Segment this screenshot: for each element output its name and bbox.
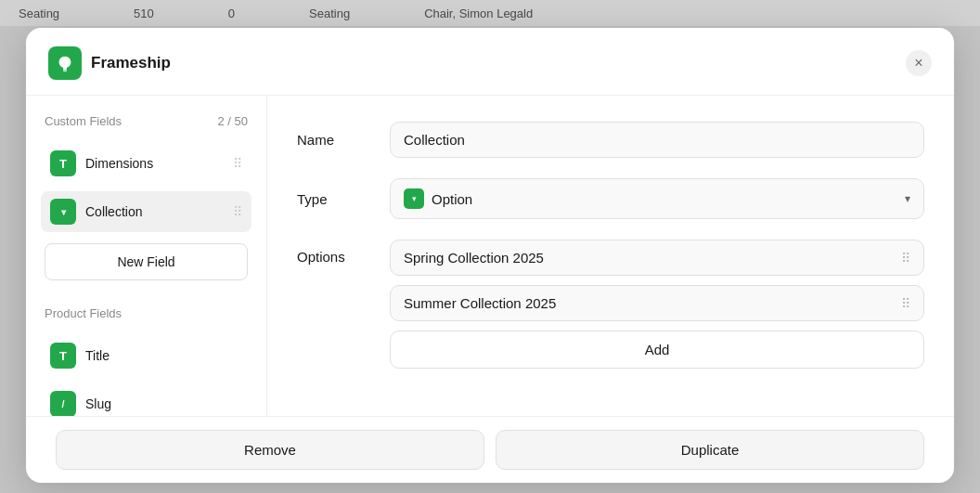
collection-drag-handle[interactable]: ⠿ (233, 204, 242, 219)
option-spring-text: Spring Collection 2025 (404, 250, 892, 266)
remove-button[interactable]: Remove (56, 430, 484, 470)
collection-icon: ▾ (50, 199, 76, 225)
modal-header: Frameship × (26, 28, 954, 96)
main-content: Name Type ▾ Option ▾ Options (267, 96, 954, 416)
modal-footer: Remove Duplicate (26, 416, 954, 483)
sidebar-item-dimensions[interactable]: T Dimensions ⠿ (41, 143, 251, 184)
slug-label: Slug (85, 396, 242, 411)
product-fields-section-header: Product Fields (41, 306, 251, 328)
modal-brand: Frameship (48, 46, 171, 80)
new-field-button[interactable]: New Field (45, 243, 248, 280)
modal-body: Custom Fields 2 / 50 T Dimensions ⠿ ▾ Co… (26, 96, 954, 416)
dimensions-icon: T (50, 150, 76, 176)
modal-overlay: Frameship × Custom Fields 2 / 50 T Dimen… (0, 0, 980, 493)
title-label: Title (85, 348, 242, 363)
name-row: Name (297, 122, 924, 158)
type-row: Type ▾ Option ▾ (297, 178, 924, 219)
type-value-label: Option (432, 191, 897, 207)
option-summer[interactable]: Summer Collection 2025 ⠿ (390, 285, 924, 321)
sidebar-item-collection[interactable]: ▾ Collection ⠿ (41, 191, 251, 232)
add-option-button[interactable]: Add (390, 331, 924, 369)
name-label: Name (297, 132, 371, 148)
dimensions-label: Dimensions (85, 156, 224, 171)
options-list: Spring Collection 2025 ⠿ Summer Collecti… (390, 240, 924, 369)
custom-fields-count: 2 / 50 (217, 114, 248, 128)
option-summer-drag[interactable]: ⠿ (901, 296, 910, 311)
dimensions-drag-handle[interactable]: ⠿ (233, 156, 242, 171)
brand-logo (48, 46, 82, 80)
slug-icon: / (50, 391, 76, 416)
custom-fields-label: Custom Fields (45, 114, 122, 128)
type-label: Type (297, 191, 371, 207)
type-option-icon: ▾ (404, 188, 424, 209)
modal: Frameship × Custom Fields 2 / 50 T Dimen… (26, 28, 954, 483)
option-spring-drag[interactable]: ⠿ (901, 251, 910, 266)
close-button[interactable]: × (906, 50, 932, 76)
sidebar: Custom Fields 2 / 50 T Dimensions ⠿ ▾ Co… (26, 96, 267, 416)
title-icon: T (50, 343, 76, 369)
product-fields-label: Product Fields (45, 306, 122, 320)
custom-fields-section-header: Custom Fields 2 / 50 (41, 114, 251, 136)
brand-name: Frameship (91, 54, 171, 72)
type-select[interactable]: ▾ Option ▾ (390, 178, 924, 219)
sidebar-item-title[interactable]: T Title (41, 335, 251, 376)
sidebar-item-slug[interactable]: / Slug (41, 383, 251, 416)
duplicate-button[interactable]: Duplicate (496, 430, 924, 470)
option-spring[interactable]: Spring Collection 2025 ⠿ (390, 240, 924, 276)
options-row: Options Spring Collection 2025 ⠿ Summer … (297, 240, 924, 369)
chevron-down-icon: ▾ (905, 192, 910, 205)
option-summer-text: Summer Collection 2025 (404, 295, 892, 311)
options-label: Options (297, 240, 371, 265)
name-input[interactable] (390, 122, 924, 158)
collection-label: Collection (85, 204, 224, 219)
